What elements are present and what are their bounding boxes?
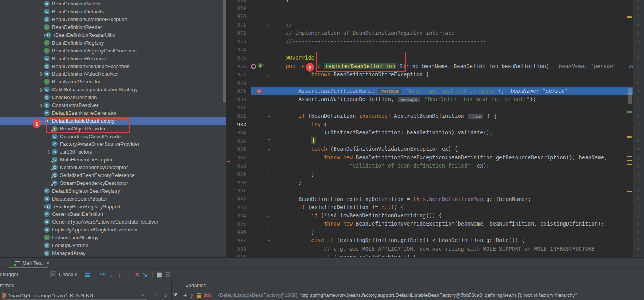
code-line-983[interactable]: 983⌄ try {: [226, 120, 644, 128]
code-line-988[interactable]: 988 "Validation of bean definition faile…: [226, 162, 644, 170]
tree-item-DefaultBeanNameGenerator[interactable]: CDefaultBeanNameGenerator: [0, 109, 226, 117]
stripe-mark[interactable]: [627, 16, 632, 18]
code-line-987[interactable]: 987 throw new BeanDefinitionStoreExcepti…: [226, 154, 644, 162]
code-line-984[interactable]: 984 ((AbstractBeanDefinition) beanDefini…: [226, 128, 644, 137]
gutter[interactable]: [251, 253, 266, 257]
tree-item-BeanDefinitionOverrideException[interactable]: CBeanDefinitionOverrideException: [0, 16, 226, 23]
tree-item-GenericTypeAwareAutowireCandidateResolver[interactable]: CGenericTypeAwareAutowireCandidateResolv…: [0, 218, 226, 226]
code-line-999[interactable]: 999 if (logger.isInfoEnabled()) {: [226, 253, 644, 257]
gutter[interactable]: [251, 79, 266, 87]
code-line-970[interactable]: 970: [226, 12, 644, 20]
fold-marker-icon[interactable]: ⌃: [266, 170, 272, 178]
code-line-976[interactable]: 976I public void registerBeanDefinition(…: [226, 62, 644, 70]
tree-item-FactoryBeanRegistrySupport[interactable]: (C)FactoryBeanRegistrySupport: [0, 202, 226, 210]
tree-item-BeanDefinitionValidationException[interactable]: CBeanDefinitionValidationException: [0, 62, 226, 70]
stripe-mark[interactable]: [627, 156, 632, 157]
code-line-971[interactable]: 971⌄ //---------------------------------…: [226, 21, 644, 29]
code-line-993[interactable]: 993⌄ if (existingDefinition != null) {: [226, 203, 644, 211]
tree-item-BeanDefinitionReader[interactable]: IBeanDefinitionReader: [0, 23, 226, 31]
tree-item-StreamDependencyDescriptor[interactable]: CStreamDependencyDescriptor: [0, 179, 226, 187]
collapsed-chevron-icon[interactable]: ❯: [38, 88, 44, 92]
tab-maintest[interactable]: MainTest ✕: [15, 259, 50, 267]
gutter[interactable]: [251, 195, 266, 203]
code-line-992[interactable]: 992 BeanDefinition existingDefinition = …: [226, 195, 644, 203]
breakpoint-hit-icon[interactable]: ✓: [257, 89, 262, 94]
gutter[interactable]: [251, 103, 266, 112]
tree-item-BeanDefinitionRegistry[interactable]: IBeanDefinitionRegistry: [0, 39, 226, 47]
stripe-mark[interactable]: [627, 191, 632, 192]
tree-item-MultiElementDescriptor[interactable]: CMultiElementDescriptor: [0, 156, 226, 164]
fold-marker-icon[interactable]: ⌄: [266, 21, 272, 29]
gutter[interactable]: [251, 21, 266, 29]
step-over-icon[interactable]: ↷: [98, 271, 107, 278]
fold-marker-icon[interactable]: ⌄: [266, 236, 272, 244]
tree-item-Jsr330Factory[interactable]: ❯CJsr330Factory: [0, 148, 226, 156]
evaluate-expression-icon[interactable]: ▦: [155, 271, 164, 278]
code-line-994[interactable]: 994⌄ if (!isAllowBeanDefinitionOverridin…: [226, 211, 644, 220]
gutter[interactable]: [251, 12, 266, 20]
code-line-998[interactable]: 998 // e.g. was ROLE_APPLICATION, now ov…: [226, 245, 644, 253]
tree-scrollbar[interactable]: [223, 0, 226, 103]
implements-marker-icon[interactable]: I: [258, 63, 262, 68]
gutter[interactable]: [251, 236, 266, 244]
tree-item-LookupOverride[interactable]: CLookupOverride: [0, 242, 226, 249]
fold-marker-icon[interactable]: ⌃: [266, 178, 272, 186]
gutter[interactable]: [251, 245, 266, 253]
frame-up-icon[interactable]: ↑: [151, 291, 160, 299]
fold-marker-icon[interactable]: ⌄: [266, 120, 272, 128]
tree-item-NestedDependencyDescriptor[interactable]: CNestedDependencyDescriptor: [0, 164, 226, 172]
stripe-mark[interactable]: [627, 136, 632, 138]
code-line-969[interactable]: 969: [226, 4, 644, 12]
fold-marker-icon[interactable]: ⌃: [266, 37, 272, 45]
collapsed-chevron-icon[interactable]: ❯: [46, 150, 52, 154]
step-into-icon[interactable]: ↓: [107, 271, 116, 278]
drop-frame-icon[interactable]: ✕: [133, 271, 141, 278]
code-line-990[interactable]: 990⌃ }: [226, 178, 644, 186]
code-line-972[interactable]: 972 // Implementation of BeanDefinitionR…: [226, 29, 644, 37]
close-icon[interactable]: ✕: [46, 260, 50, 266]
gutter[interactable]: [251, 211, 266, 220]
tree-item-SerializedBeanFactoryReference[interactable]: CSerializedBeanFactoryReference: [0, 172, 226, 179]
gutter[interactable]: [251, 54, 266, 62]
tree-item-ManagedArray[interactable]: CManagedArray: [0, 249, 226, 257]
code-line-996[interactable]: 996⌃ }: [226, 228, 644, 236]
code-line-974[interactable]: 974: [226, 45, 644, 54]
stripe-mark[interactable]: [627, 164, 632, 165]
tree-item-BeanDefinitionResource[interactable]: CBeanDefinitionResource: [0, 54, 226, 62]
run-to-cursor-icon[interactable]: ↘I: [141, 271, 150, 278]
tree-item-BeanDefinitionDefaults[interactable]: CBeanDefinitionDefaults: [0, 8, 226, 16]
expand-chevron-icon[interactable]: ❯: [190, 293, 193, 298]
tree-item-ImplicitlyAppearedSingletonException[interactable]: CImplicitlyAppearedSingletonException: [0, 226, 226, 234]
gutter[interactable]: [251, 145, 266, 153]
tree-item-FactoryAwareOrderSourceProvider[interactable]: CFactoryAwareOrderSourceProvider: [0, 140, 226, 148]
tree-item-BeanDefinitionValueResolver[interactable]: ❯CBeanDefinitionValueResolver: [0, 70, 226, 78]
stripe-mark[interactable]: [627, 111, 632, 113]
tab-debugger[interactable]: Debugger: [0, 269, 22, 280]
gutter[interactable]: [251, 170, 266, 178]
gutter[interactable]: [251, 228, 266, 236]
step-out-icon[interactable]: ↑: [124, 271, 133, 278]
gutter[interactable]: [251, 128, 266, 137]
tree-item-BeanNameGenerator[interactable]: IBeanNameGenerator: [0, 78, 226, 86]
code-line-995[interactable]: 995 throw new BeanDefinitionOverrideExce…: [226, 220, 644, 228]
tree-item-CglibSubclassingInstantiationStrategy[interactable]: ❯CCglibSubclassingInstantiationStrategy: [0, 86, 226, 94]
gutter[interactable]: [251, 0, 266, 4]
tree-item-DependencyObjectProvider[interactable]: CDependencyObjectProvider: [0, 132, 226, 140]
code-line-977[interactable]: 977⌄ throws BeanDefinitionStoreException…: [226, 70, 644, 79]
gutter[interactable]: [251, 120, 266, 128]
fold-marker-icon[interactable]: ⌄: [266, 145, 272, 153]
gutter[interactable]: [251, 220, 266, 228]
force-step-into-icon[interactable]: ↓: [116, 271, 124, 278]
tree-item-BeanDefinitionRegistryPostProcessor[interactable]: IBeanDefinitionRegistryPostProcessor: [0, 47, 226, 54]
tree-item-GenericBeanDefinition[interactable]: CGenericBeanDefinition: [0, 210, 226, 218]
show-execution-point-icon[interactable]: [83, 271, 92, 278]
add-watch-icon[interactable]: +: [183, 292, 187, 299]
fold-marker-icon[interactable]: ⌄: [266, 70, 272, 79]
tree-item-DisposableBeanAdapter[interactable]: CDisposableBeanAdapter: [0, 195, 226, 202]
gutter[interactable]: [251, 70, 266, 79]
code-line-989[interactable]: 989⌃ }: [226, 170, 644, 178]
tree-item-ChildBeanDefinition[interactable]: CChildBeanDefinition: [0, 94, 226, 101]
tree-item-InstantiationStrategy[interactable]: IInstantiationStrategy: [0, 234, 226, 242]
gutter[interactable]: I: [251, 62, 266, 70]
tree-item-ConstructorResolver[interactable]: ❯CConstructorResolver: [0, 101, 226, 109]
